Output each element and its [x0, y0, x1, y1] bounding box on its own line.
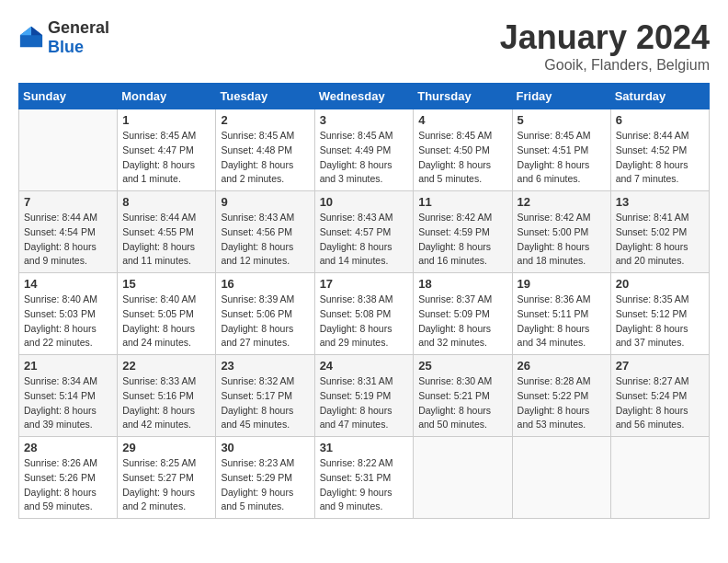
day-number: 8	[122, 195, 210, 209]
day-number: 16	[221, 277, 309, 291]
calendar-cell: 22Sunrise: 8:33 AM Sunset: 5:16 PM Dayli…	[118, 355, 216, 437]
day-info: Sunrise: 8:44 AM Sunset: 4:52 PM Dayligh…	[616, 129, 704, 187]
day-info: Sunrise: 8:45 AM Sunset: 4:47 PM Dayligh…	[122, 129, 210, 187]
day-of-week-header: Friday	[512, 84, 610, 109]
day-info: Sunrise: 8:42 AM Sunset: 4:59 PM Dayligh…	[418, 211, 506, 269]
calendar-cell: 10Sunrise: 8:43 AM Sunset: 4:57 PM Dayli…	[314, 191, 414, 273]
day-info: Sunrise: 8:44 AM Sunset: 4:55 PM Dayligh…	[122, 211, 210, 269]
calendar-cell	[512, 437, 610, 519]
day-number: 11	[418, 195, 506, 209]
day-info: Sunrise: 8:26 AM Sunset: 5:26 PM Dayligh…	[24, 456, 112, 514]
day-number: 7	[24, 195, 112, 209]
day-number: 6	[616, 113, 704, 127]
calendar-cell: 17Sunrise: 8:38 AM Sunset: 5:08 PM Dayli…	[314, 273, 414, 355]
day-of-week-header: Monday	[118, 84, 216, 109]
calendar-cell: 9Sunrise: 8:43 AM Sunset: 4:56 PM Daylig…	[216, 191, 314, 273]
day-info: Sunrise: 8:23 AM Sunset: 5:29 PM Dayligh…	[221, 456, 309, 514]
day-number: 25	[418, 359, 506, 373]
calendar-cell: 20Sunrise: 8:35 AM Sunset: 5:12 PM Dayli…	[610, 273, 709, 355]
day-info: Sunrise: 8:40 AM Sunset: 5:03 PM Dayligh…	[24, 293, 112, 350]
day-info: Sunrise: 8:45 AM Sunset: 4:48 PM Dayligh…	[221, 129, 309, 187]
day-number: 22	[122, 359, 210, 373]
calendar-cell: 27Sunrise: 8:27 AM Sunset: 5:24 PM Dayli…	[610, 355, 709, 437]
calendar-week-row: 28Sunrise: 8:26 AM Sunset: 5:26 PM Dayli…	[19, 437, 710, 519]
day-info: Sunrise: 8:35 AM Sunset: 5:12 PM Dayligh…	[616, 293, 704, 350]
day-number: 18	[418, 277, 506, 291]
day-number: 19	[518, 277, 606, 291]
logo-text: General Blue	[48, 18, 109, 57]
day-info: Sunrise: 8:45 AM Sunset: 4:49 PM Dayligh…	[320, 129, 409, 187]
day-of-week-header: Thursday	[414, 84, 512, 109]
calendar-cell: 11Sunrise: 8:42 AM Sunset: 4:59 PM Dayli…	[414, 191, 512, 273]
day-info: Sunrise: 8:38 AM Sunset: 5:08 PM Dayligh…	[320, 293, 409, 350]
day-number: 27	[616, 359, 704, 373]
day-of-week-header: Wednesday	[314, 84, 414, 109]
day-of-week-header: Saturday	[610, 84, 709, 109]
day-of-week-header: Sunday	[19, 84, 118, 109]
calendar-cell: 18Sunrise: 8:37 AM Sunset: 5:09 PM Dayli…	[414, 273, 512, 355]
day-number: 1	[122, 113, 210, 127]
calendar-cell	[19, 109, 118, 191]
calendar-body: 1Sunrise: 8:45 AM Sunset: 4:47 PM Daylig…	[19, 109, 710, 519]
day-number: 14	[24, 277, 112, 291]
day-info: Sunrise: 8:27 AM Sunset: 5:24 PM Dayligh…	[616, 374, 704, 432]
day-number: 20	[616, 277, 704, 291]
day-number: 2	[221, 113, 309, 127]
day-info: Sunrise: 8:22 AM Sunset: 5:31 PM Dayligh…	[320, 456, 409, 514]
day-info: Sunrise: 8:44 AM Sunset: 4:54 PM Dayligh…	[24, 211, 112, 269]
header: General Blue January 2024 Gooik, Flander…	[18, 18, 710, 74]
calendar-cell: 26Sunrise: 8:28 AM Sunset: 5:22 PM Dayli…	[512, 355, 610, 437]
day-number: 5	[518, 113, 606, 127]
calendar-cell: 12Sunrise: 8:42 AM Sunset: 5:00 PM Dayli…	[512, 191, 610, 273]
day-info: Sunrise: 8:37 AM Sunset: 5:09 PM Dayligh…	[418, 293, 506, 350]
calendar-cell	[414, 437, 512, 519]
day-info: Sunrise: 8:25 AM Sunset: 5:27 PM Dayligh…	[122, 456, 210, 514]
day-number: 10	[320, 195, 409, 209]
calendar-cell: 15Sunrise: 8:40 AM Sunset: 5:05 PM Dayli…	[118, 273, 216, 355]
calendar: SundayMondayTuesdayWednesdayThursdayFrid…	[18, 83, 710, 519]
calendar-header: SundayMondayTuesdayWednesdayThursdayFrid…	[19, 84, 710, 109]
day-number: 28	[24, 441, 112, 454]
calendar-cell: 24Sunrise: 8:31 AM Sunset: 5:19 PM Dayli…	[314, 355, 414, 437]
day-info: Sunrise: 8:43 AM Sunset: 4:57 PM Dayligh…	[320, 211, 409, 269]
calendar-week-row: 1Sunrise: 8:45 AM Sunset: 4:47 PM Daylig…	[19, 109, 710, 191]
day-number: 21	[24, 359, 112, 373]
day-number: 24	[320, 359, 409, 373]
day-number: 3	[320, 113, 409, 127]
day-number: 31	[320, 441, 409, 454]
calendar-cell: 23Sunrise: 8:32 AM Sunset: 5:17 PM Dayli…	[216, 355, 314, 437]
day-info: Sunrise: 8:33 AM Sunset: 5:16 PM Dayligh…	[122, 374, 210, 432]
day-info: Sunrise: 8:31 AM Sunset: 5:19 PM Dayligh…	[320, 374, 409, 432]
logo: General Blue	[18, 18, 109, 57]
calendar-cell: 4Sunrise: 8:45 AM Sunset: 4:50 PM Daylig…	[414, 109, 512, 191]
calendar-cell: 14Sunrise: 8:40 AM Sunset: 5:03 PM Dayli…	[19, 273, 118, 355]
calendar-cell: 2Sunrise: 8:45 AM Sunset: 4:48 PM Daylig…	[216, 109, 314, 191]
calendar-cell: 7Sunrise: 8:44 AM Sunset: 4:54 PM Daylig…	[19, 191, 118, 273]
day-info: Sunrise: 8:32 AM Sunset: 5:17 PM Dayligh…	[221, 374, 309, 432]
day-number: 12	[518, 195, 606, 209]
day-info: Sunrise: 8:39 AM Sunset: 5:06 PM Dayligh…	[221, 293, 309, 350]
day-info: Sunrise: 8:45 AM Sunset: 4:50 PM Dayligh…	[418, 129, 506, 187]
day-number: 9	[221, 195, 309, 209]
calendar-cell: 28Sunrise: 8:26 AM Sunset: 5:26 PM Dayli…	[19, 437, 118, 519]
calendar-week-row: 21Sunrise: 8:34 AM Sunset: 5:14 PM Dayli…	[19, 355, 710, 437]
calendar-cell: 16Sunrise: 8:39 AM Sunset: 5:06 PM Dayli…	[216, 273, 314, 355]
calendar-cell: 25Sunrise: 8:30 AM Sunset: 5:21 PM Dayli…	[414, 355, 512, 437]
calendar-cell: 30Sunrise: 8:23 AM Sunset: 5:29 PM Dayli…	[216, 437, 314, 519]
logo-icon	[18, 25, 44, 51]
day-info: Sunrise: 8:30 AM Sunset: 5:21 PM Dayligh…	[418, 374, 506, 432]
day-info: Sunrise: 8:43 AM Sunset: 4:56 PM Dayligh…	[221, 211, 309, 269]
day-of-week-header: Tuesday	[216, 84, 314, 109]
day-number: 17	[320, 277, 409, 291]
calendar-cell: 3Sunrise: 8:45 AM Sunset: 4:49 PM Daylig…	[314, 109, 414, 191]
calendar-cell: 29Sunrise: 8:25 AM Sunset: 5:27 PM Dayli…	[118, 437, 216, 519]
day-number: 13	[616, 195, 704, 209]
day-info: Sunrise: 8:28 AM Sunset: 5:22 PM Dayligh…	[518, 374, 606, 432]
calendar-week-row: 14Sunrise: 8:40 AM Sunset: 5:03 PM Dayli…	[19, 273, 710, 355]
calendar-cell	[610, 437, 709, 519]
header-row: SundayMondayTuesdayWednesdayThursdayFrid…	[19, 84, 710, 109]
day-number: 15	[122, 277, 210, 291]
calendar-cell: 8Sunrise: 8:44 AM Sunset: 4:55 PM Daylig…	[118, 191, 216, 273]
day-number: 30	[221, 441, 309, 454]
day-info: Sunrise: 8:41 AM Sunset: 5:02 PM Dayligh…	[616, 211, 704, 269]
